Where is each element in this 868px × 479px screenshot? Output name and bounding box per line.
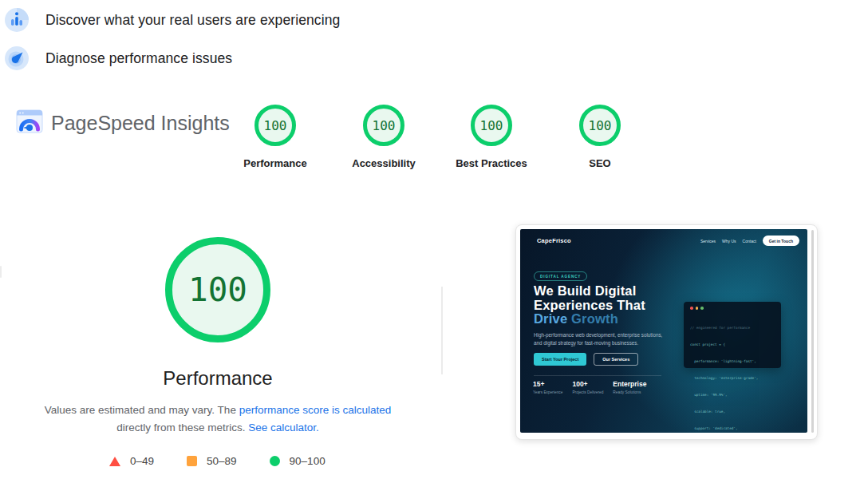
see-calculator-link[interactable]: See calculator.	[248, 422, 319, 433]
orange-square-icon	[187, 456, 197, 466]
code-line: support: 'dedicated',	[690, 426, 775, 431]
final-screenshot[interactable]: CapeFrisco Services Why Us Contact Get i…	[515, 224, 818, 440]
yellow-dot-icon	[696, 307, 699, 310]
stat-label: Projects Delivered	[572, 390, 603, 394]
screenshot-stat: 15+ Years Experience	[533, 380, 562, 394]
green-dot-icon	[700, 307, 704, 310]
legend-item-average: 50–89	[187, 455, 237, 467]
gauge-score: 100	[165, 237, 270, 342]
app-title: PageSpeed Insights	[51, 112, 230, 135]
code-line: uptime: '99.9%',	[690, 392, 775, 398]
screenshot-stats-divider	[534, 375, 661, 376]
screenshot-stat: Enterprise Ready Solutions	[613, 380, 646, 394]
screenshot-site-preview: CapeFrisco Services Why Us Contact Get i…	[520, 229, 807, 433]
score-badge: 100	[471, 105, 512, 146]
screenshot-badge: Digital Agency	[534, 271, 587, 281]
code-line: scalable: true,	[690, 409, 775, 414]
screenshot-stats: 15+ Years Experience 100+ Projects Deliv…	[533, 380, 646, 394]
intro-item-label: Discover what your real users are experi…	[45, 12, 340, 29]
subtext-line: High-performance web development, enterp…	[534, 332, 662, 338]
legend-item-pass: 90–100	[270, 455, 326, 467]
screenshot-nav-link: Why Us	[722, 239, 736, 243]
intro-item-label: Diagnose performance issues	[45, 50, 232, 67]
disclaimer: Values are estimated and may vary. The p…	[34, 402, 401, 437]
code-line: technology: 'enterprise-grade',	[690, 375, 775, 381]
heading-accent: Growth	[571, 311, 618, 326]
intro-list: Discover what your real users are experi…	[5, 8, 340, 85]
heading-accent: Drive	[534, 311, 567, 326]
disclaimer-text: directly from these metrics.	[116, 422, 248, 433]
category-score-accessibility[interactable]: 100 Accessibility	[331, 105, 436, 169]
disclaimer-line2: directly from these metrics. See calcula…	[34, 419, 401, 437]
code-line: performance: 'lightning-fast',	[690, 358, 775, 364]
left-edge-artifact	[0, 266, 2, 278]
screenshot-nav-link: Services	[700, 239, 716, 243]
screenshot-navbar: CapeFrisco Services Why Us Contact Get i…	[520, 229, 807, 246]
stat-value: 100+	[572, 380, 603, 388]
subtext-line: and digital strategy for fast-moving bus…	[534, 340, 638, 346]
category-score-seo[interactable]: 100 SEO	[547, 105, 653, 169]
intro-item-real-users: Discover what your real users are experi…	[5, 8, 340, 32]
screenshot-nav-link: Contact	[743, 239, 756, 243]
screenshot-secondary-button: Our Services	[594, 353, 638, 366]
stat-value: Enterprise	[613, 380, 646, 388]
category-label: SEO	[547, 157, 653, 169]
screenshot-stat: 100+ Projects Delivered	[572, 380, 603, 394]
screenshot-code-window: // engineered for performance const proj…	[684, 302, 781, 368]
screenshot-brand: CapeFrisco	[537, 237, 571, 244]
category-score-performance[interactable]: 100 Performance	[223, 105, 328, 169]
intro-item-diagnose: Diagnose performance issues	[5, 46, 340, 70]
red-dot-icon	[690, 307, 693, 310]
category-label: Best Practices	[439, 157, 544, 169]
red-triangle-icon	[109, 457, 120, 466]
screenshot-scrollbar[interactable]	[811, 230, 814, 433]
legend-range: 50–89	[207, 455, 237, 467]
screenshot-cta-pill: Get in Touch	[763, 236, 799, 246]
legend-range: 0–49	[130, 455, 154, 467]
disclaimer-text: Values are estimated and may vary. The	[45, 404, 239, 416]
performance-gauge: 100 Performance	[122, 237, 314, 390]
score-badge: 100	[363, 105, 404, 146]
vertical-divider	[441, 287, 443, 374]
disclaimer-line1: Values are estimated and may vary. The p…	[34, 402, 401, 419]
heading-line: Experiences That	[534, 298, 645, 312]
code-line: const project = {	[690, 342, 775, 347]
score-calc-link[interactable]: performance score is calculated	[239, 404, 392, 416]
screenshot-primary-button: Start Your Project	[534, 353, 586, 366]
screenshot-buttons: Start Your Project Our Services	[534, 353, 638, 366]
green-circle-icon	[270, 456, 280, 466]
category-label: Performance	[223, 157, 328, 169]
stat-label: Years Experience	[533, 390, 562, 394]
category-label: Accessibility	[331, 157, 436, 169]
score-badge: 100	[579, 105, 621, 146]
category-score-best-practices[interactable]: 100 Best Practices	[439, 105, 544, 169]
legend-range: 90–100	[290, 455, 326, 467]
real-users-bars-icon	[5, 8, 29, 32]
legend-item-fail: 0–49	[109, 455, 154, 467]
screenshot-subtext: High-performance web development, enterp…	[534, 331, 662, 346]
heading-line: We Build Digital	[534, 283, 636, 298]
screenshot-nav-links: Services Why Us Contact Get in Touch	[700, 236, 799, 246]
stat-label: Ready Solutions	[613, 390, 646, 394]
app-header: PageSpeed Insights	[16, 109, 230, 137]
score-legend: 0–49 50–89 90–100	[109, 455, 326, 467]
code-line: // engineered for performance	[690, 325, 775, 331]
score-badge: 100	[254, 105, 296, 146]
stat-value: 15+	[533, 380, 562, 388]
code-lines: // engineered for performance const proj…	[690, 314, 775, 433]
pagespeed-logo-icon	[16, 109, 43, 137]
traffic-light-dots	[690, 307, 775, 310]
diagnose-gauge-icon	[5, 46, 29, 70]
screenshot-heading: We Build Digital Experiences That Drive …	[534, 284, 645, 327]
gauge-label: Performance	[122, 367, 314, 390]
